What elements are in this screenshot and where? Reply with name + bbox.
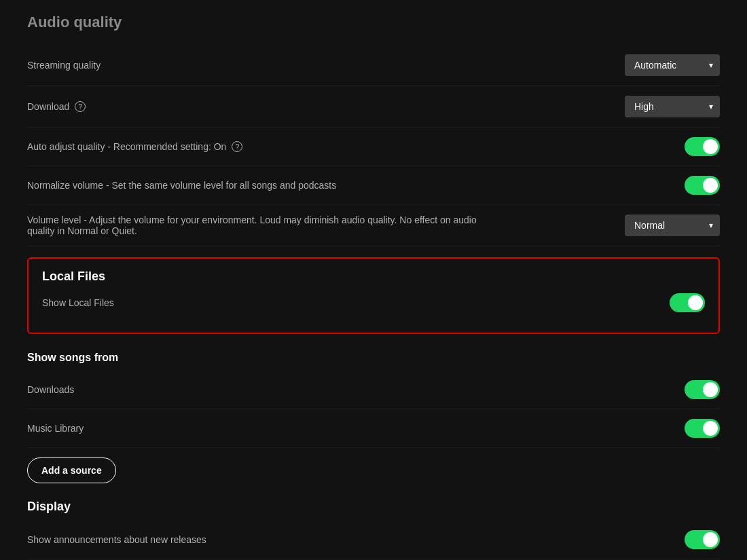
streaming-quality-row: Streaming quality Low Normal High Very H…: [27, 45, 720, 86]
normalize-volume-label: Normalize volume - Set the same volume l…: [27, 180, 503, 191]
auto-adjust-label: Auto adjust quality - Recommended settin…: [27, 141, 503, 152]
volume-level-row: Volume level - Adjust the volume for you…: [27, 205, 720, 246]
announcements-toggle[interactable]: [685, 530, 720, 549]
streaming-quality-select-wrapper[interactable]: Low Normal High Very High Automatic ▾: [625, 54, 720, 76]
show-songs-from-section: Show songs from Downloads Music Library …: [27, 345, 720, 493]
announcements-row: Show announcements about new releases: [27, 521, 720, 559]
volume-level-label: Volume level - Adjust the volume for you…: [27, 214, 503, 236]
music-library-label: Music Library: [27, 423, 503, 434]
announcements-slider: [685, 530, 720, 549]
downloads-label: Downloads: [27, 384, 503, 395]
streaming-quality-label: Streaming quality: [27, 60, 503, 71]
volume-level-select[interactable]: Quiet Normal Loud: [625, 214, 720, 236]
auto-adjust-row: Auto adjust quality - Recommended settin…: [27, 128, 720, 166]
normalize-volume-slider: [685, 176, 720, 195]
music-library-toggle[interactable]: [685, 419, 720, 438]
streaming-quality-select[interactable]: Low Normal High Very High Automatic: [625, 54, 720, 76]
downloads-slider: [685, 380, 720, 399]
auto-adjust-help-icon[interactable]: ?: [232, 141, 242, 152]
show-local-files-label: Show Local Files: [42, 297, 517, 308]
music-library-slider: [685, 419, 720, 438]
download-help-icon[interactable]: ?: [75, 101, 86, 112]
downloads-row: Downloads: [27, 371, 720, 409]
local-files-section: Local Files Show Local Files: [27, 257, 720, 334]
add-source-button[interactable]: Add a source: [27, 458, 116, 483]
display-title: Display: [27, 500, 720, 514]
music-library-row: Music Library: [27, 409, 720, 448]
download-quality-select-wrapper[interactable]: Low Normal High Very High ▾: [625, 96, 720, 117]
volume-level-select-wrapper[interactable]: Quiet Normal Loud ▾: [625, 214, 720, 236]
announcements-label: Show announcements about new releases: [27, 534, 503, 545]
display-section: Display Show announcements about new rel…: [27, 500, 720, 560]
local-files-title: Local Files: [42, 269, 705, 284]
download-quality-label: Download ?: [27, 101, 503, 112]
auto-adjust-toggle[interactable]: [685, 137, 720, 156]
auto-adjust-slider: [685, 137, 720, 156]
show-songs-from-title: Show songs from: [27, 345, 720, 364]
audio-quality-title: Audio quality: [27, 14, 720, 31]
show-local-files-toggle[interactable]: [670, 293, 705, 312]
downloads-toggle[interactable]: [685, 380, 720, 399]
normalize-volume-toggle[interactable]: [685, 176, 720, 195]
show-local-files-slider: [670, 293, 705, 312]
show-local-files-row: Show Local Files: [42, 284, 705, 322]
download-quality-select[interactable]: Low Normal High Very High: [625, 96, 720, 117]
normalize-volume-row: Normalize volume - Set the same volume l…: [27, 166, 720, 205]
download-quality-row: Download ? Low Normal High Very High ▾: [27, 86, 720, 128]
